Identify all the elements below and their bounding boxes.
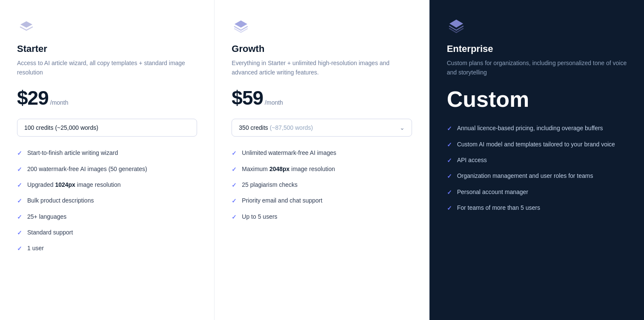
starter-credits-text: 100 credits xyxy=(24,124,53,131)
starter-credits-note: (~25,000 words) xyxy=(55,124,98,131)
list-item: ✓ For teams of more than 5 users xyxy=(447,203,627,212)
growth-plan-description: Everything in Starter + unlimited high-r… xyxy=(232,59,412,77)
check-icon: ✓ xyxy=(447,172,452,180)
starter-price-period: /month xyxy=(50,99,69,106)
check-icon: ✓ xyxy=(232,149,237,157)
growth-plan-card: Growth Everything in Starter + unlimited… xyxy=(215,0,429,320)
check-icon: ✓ xyxy=(232,213,237,221)
list-item: ✓ Upgraded 1024px image resolution xyxy=(17,180,197,189)
list-item: ✓ API access xyxy=(447,156,627,165)
check-icon: ✓ xyxy=(232,181,237,189)
check-icon: ✓ xyxy=(17,244,22,253)
check-icon: ✓ xyxy=(17,197,22,205)
list-item: ✓ Up to 5 users xyxy=(232,212,412,221)
growth-plan-icon xyxy=(232,17,250,36)
growth-credits-text: 350 credits xyxy=(239,124,268,131)
enterprise-features-list: ✓ Annual licence-based pricing, includin… xyxy=(447,124,627,212)
pricing-container: Starter Access to AI article wizard, all… xyxy=(0,0,644,320)
starter-plan-icon xyxy=(17,17,36,36)
enterprise-plan-description: Custom plans for organizations, includin… xyxy=(447,59,627,77)
check-icon: ✓ xyxy=(17,181,22,189)
enterprise-plan-icon xyxy=(447,17,466,36)
growth-price-period: /month xyxy=(265,99,283,106)
list-item: ✓ Priority email and chat support xyxy=(232,196,412,205)
list-item: ✓ 1 user xyxy=(17,244,197,253)
starter-credits-selector: 100 credits (~25,000 words) xyxy=(17,119,197,137)
growth-features-list: ✓ Unlimited watermark-free AI images ✓ M… xyxy=(232,149,412,221)
list-item: ✓ 25 plagiarism checks xyxy=(232,180,412,189)
starter-plan-card: Starter Access to AI article wizard, all… xyxy=(0,0,215,320)
list-item: ✓ Organization management and user roles… xyxy=(447,171,627,180)
enterprise-plan-card: Enterprise Custom plans for organization… xyxy=(429,0,644,320)
enterprise-custom-price: Custom xyxy=(447,86,627,112)
check-icon: ✓ xyxy=(17,165,22,174)
growth-price-row: $59 /month xyxy=(232,86,412,109)
list-item: ✓ Standard support xyxy=(17,228,197,237)
check-icon: ✓ xyxy=(17,229,22,237)
growth-price-amount: $59 xyxy=(232,86,263,109)
check-icon: ✓ xyxy=(17,213,22,221)
starter-plan-name: Starter xyxy=(17,43,197,54)
growth-credits-selector[interactable]: 350 credits (~87,500 words) ⌄ xyxy=(232,119,412,137)
list-item: ✓ 200 watermark-free AI images (50 gener… xyxy=(17,165,197,174)
list-item: ✓ Maximum 2048px image resolution xyxy=(232,165,412,174)
check-icon: ✓ xyxy=(17,149,22,157)
check-icon: ✓ xyxy=(447,156,452,165)
check-icon: ✓ xyxy=(232,197,237,205)
check-icon: ✓ xyxy=(232,165,237,174)
check-icon: ✓ xyxy=(447,204,452,212)
list-item: ✓ Start-to-finish article writing wizard xyxy=(17,149,197,157)
growth-credits-note: (~87,500 words) xyxy=(270,124,313,131)
list-item: ✓ Bulk product descriptions xyxy=(17,196,197,205)
check-icon: ✓ xyxy=(447,188,452,197)
starter-price-amount: $29 xyxy=(17,86,49,109)
chevron-down-icon: ⌄ xyxy=(400,124,405,131)
list-item: ✓ Custom AI model and templates tailored… xyxy=(447,140,627,149)
list-item: ✓ Annual licence-based pricing, includin… xyxy=(447,124,627,133)
list-item: ✓ 25+ languages xyxy=(17,212,197,221)
check-icon: ✓ xyxy=(447,140,452,149)
starter-features-list: ✓ Start-to-finish article writing wizard… xyxy=(17,149,197,253)
starter-price-row: $29 /month xyxy=(17,86,197,109)
starter-plan-description: Access to AI article wizard, all copy te… xyxy=(17,59,197,77)
list-item: ✓ Unlimited watermark-free AI images xyxy=(232,149,412,157)
enterprise-plan-name: Enterprise xyxy=(447,43,627,54)
list-item: ✓ Personal account manager xyxy=(447,188,627,197)
growth-plan-name: Growth xyxy=(232,43,412,54)
check-icon: ✓ xyxy=(447,124,452,133)
